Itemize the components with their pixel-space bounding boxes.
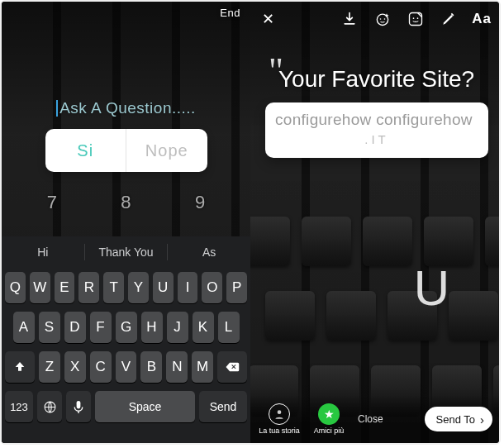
dictation-key[interactable] <box>66 391 91 422</box>
close-label[interactable]: Close <box>358 413 383 425</box>
poll-sticker[interactable]: Ask A Question..... Si Nope <box>31 99 221 172</box>
key-t[interactable]: T <box>103 272 124 303</box>
keyboard-row-1: Q W E R T Y U I O P <box>2 268 250 307</box>
story-bottom-bar: La tua storia ★ Amici più Close Send To … <box>250 395 499 443</box>
key-d[interactable]: D <box>64 312 86 343</box>
sticker-button[interactable] <box>407 10 425 28</box>
bg-key: 7 <box>47 192 57 213</box>
poll-option-b[interactable]: Nope <box>126 129 207 172</box>
chevron-right-icon: › <box>480 412 484 427</box>
numbers-key[interactable]: 123 <box>5 391 33 422</box>
key-v[interactable]: V <box>116 351 137 383</box>
poll-question-input[interactable]: Ask A Question..... <box>56 99 196 117</box>
story-edit-screen: ✕ Aa " Your Favorite Site? configurehow … <box>250 2 499 443</box>
send-to-button[interactable]: Send To › <box>425 407 492 431</box>
send-to-label: Send To <box>436 413 475 426</box>
poll-options: Si Nope <box>45 129 207 172</box>
download-button[interactable] <box>340 10 359 28</box>
story-headline-text[interactable]: Your Favorite Site? <box>278 66 491 93</box>
shift-icon <box>13 360 26 374</box>
space-key[interactable]: Space <box>95 391 195 422</box>
key-g[interactable]: G <box>116 312 137 343</box>
svg-point-6 <box>413 17 415 19</box>
shift-key[interactable] <box>5 351 35 383</box>
key-x[interactable]: X <box>64 351 86 383</box>
key-q[interactable]: Q <box>5 272 26 303</box>
pencil-icon <box>440 11 457 27</box>
globe-icon <box>43 400 57 414</box>
keyboard-row-bottom: 123 Space Send <box>2 387 250 429</box>
bg-key: 8 <box>121 192 131 213</box>
key-c[interactable]: C <box>90 351 112 383</box>
sticker-smile-icon <box>407 11 424 27</box>
key-e[interactable]: E <box>55 272 75 303</box>
key-m[interactable]: M <box>192 351 213 383</box>
poll-question-placeholder: Ask A Question..... <box>59 99 196 117</box>
key-y[interactable]: Y <box>128 272 149 303</box>
end-button[interactable]: End <box>220 7 240 19</box>
your-story-button[interactable]: La tua storia <box>257 403 302 435</box>
download-icon <box>341 11 358 27</box>
key-p[interactable]: P <box>226 272 247 303</box>
story-top-toolbar: ✕ Aa <box>250 5 499 33</box>
key-b[interactable]: B <box>140 351 162 383</box>
keyboard-suggestion-bar: Hi Thank You As <box>2 236 250 268</box>
key-k[interactable]: K <box>193 312 214 343</box>
key-r[interactable]: R <box>78 272 99 303</box>
ios-keyboard: Hi Thank You As Q W E R T Y U I O P A S <box>2 236 250 443</box>
key-s[interactable]: S <box>39 312 60 343</box>
svg-point-8 <box>278 410 282 414</box>
person-icon <box>273 408 285 420</box>
backspace-key[interactable] <box>217 351 247 383</box>
key-u[interactable]: U <box>153 272 174 303</box>
backspace-icon <box>225 361 240 373</box>
effects-button[interactable] <box>373 10 392 28</box>
key-n[interactable]: N <box>166 351 188 383</box>
keyboard-row-3: Z X C V B N M <box>2 347 250 387</box>
poll-sticker-filled[interactable]: configurehow configurehow .IT <box>265 102 488 158</box>
key-i[interactable]: I <box>178 272 198 303</box>
key-w[interactable]: W <box>30 272 50 303</box>
svg-point-4 <box>384 18 386 20</box>
key-f[interactable]: F <box>90 312 112 343</box>
globe-key[interactable] <box>37 391 62 422</box>
key-j[interactable]: J <box>167 312 188 343</box>
keyboard-row-2: A S D F G H J K L <box>2 307 250 347</box>
send-key[interactable]: Send <box>199 391 247 422</box>
svg-rect-1 <box>77 400 81 407</box>
suggestion-item[interactable]: Hi <box>2 245 84 259</box>
poll-sticker-line2: .IT <box>275 132 478 146</box>
mic-icon <box>74 400 83 414</box>
key-a[interactable]: A <box>13 312 35 343</box>
poll-sticker-line1: configurehow configurehow <box>275 111 478 129</box>
close-button[interactable]: ✕ <box>259 10 277 28</box>
face-sparkle-icon <box>374 11 391 27</box>
close-friends-button[interactable]: ★ Amici più <box>307 403 351 435</box>
key-o[interactable]: O <box>202 272 222 303</box>
close-friends-badge: ★ <box>318 403 340 425</box>
suggestion-item[interactable]: As <box>168 245 250 259</box>
background-key-U: U <box>414 260 449 317</box>
bg-key: 9 <box>195 192 205 213</box>
text-button[interactable]: Aa <box>473 10 491 28</box>
draw-button[interactable] <box>440 10 458 28</box>
svg-point-3 <box>380 18 382 20</box>
svg-point-7 <box>417 17 419 19</box>
suggestion-item[interactable]: Thank You <box>85 245 168 259</box>
background-key-labels: 7 8 9 <box>2 192 250 213</box>
key-h[interactable]: H <box>141 312 163 343</box>
close-friends-label: Amici più <box>314 427 345 435</box>
key-l[interactable]: L <box>218 312 240 343</box>
poll-option-a[interactable]: Si <box>45 129 127 172</box>
your-story-label: La tua storia <box>259 427 300 435</box>
avatar <box>269 403 290 425</box>
text-cursor <box>56 100 58 117</box>
key-z[interactable]: Z <box>39 351 60 383</box>
story-poll-create-screen: End Ask A Question..... Si Nope 7 8 9 Hi… <box>2 2 250 443</box>
